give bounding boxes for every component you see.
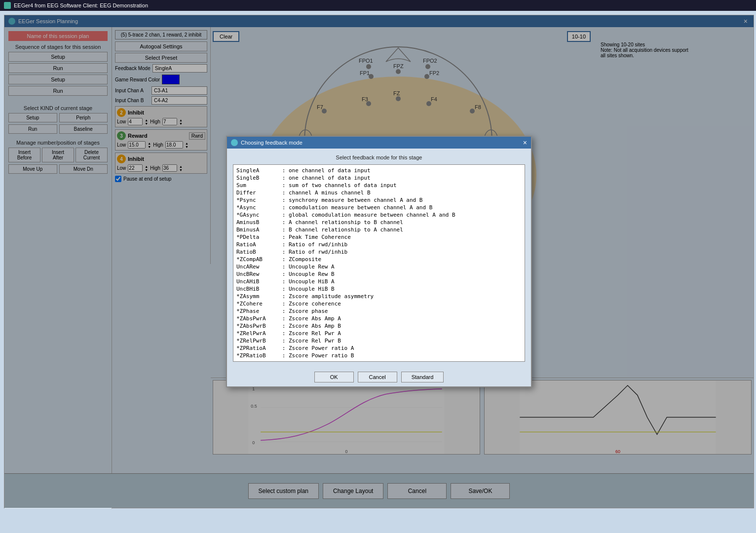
modal-list-item[interactable]: *ZPRatioA : Zscore Power ratio A bbox=[235, 344, 523, 352]
modal-body: Select feedback mode for this stage Sing… bbox=[227, 149, 531, 368]
modal-list-item[interactable]: *ZRelPwrB : Zscore Rel Pwr B bbox=[235, 337, 523, 344]
modal-list-item[interactable]: AminusB : A channel relationship to B ch… bbox=[235, 219, 523, 226]
modal-subtitle: Select feedback mode for this stage bbox=[233, 154, 525, 160]
modal-list-item[interactable]: *PDelta : Peak Time Coherence bbox=[235, 233, 523, 241]
modal-close-btn[interactable]: × bbox=[523, 139, 527, 147]
modal-list-item[interactable]: BminusA : B channel relationship to A ch… bbox=[235, 226, 523, 233]
app-icon bbox=[4, 2, 11, 9]
modal-list-item[interactable]: *ZPhase : Zscore phase bbox=[235, 307, 523, 315]
modal-ok-btn[interactable]: OK bbox=[314, 372, 354, 382]
app-title-text: EEGer4 from EEG Software Client: EEG Dem… bbox=[14, 2, 148, 8]
modal-list-item[interactable]: *ZAbsPwrB : Zscore Abs Amp B bbox=[235, 322, 523, 330]
modal-list-item[interactable]: *ZAbsPwrA : Zscore Abs Amp A bbox=[235, 315, 523, 322]
modal-list-item[interactable]: *ZCohere : Zscore coherence bbox=[235, 300, 523, 307]
feedback-mode-dialog: Choosing feedback mode × Select feedback… bbox=[226, 136, 532, 387]
modal-title-text: Choosing feedback mode bbox=[241, 140, 302, 146]
modal-list[interactable]: SingleA : one channel of data inputSingl… bbox=[233, 164, 525, 362]
modal-cancel-btn[interactable]: Cancel bbox=[358, 372, 397, 382]
modal-list-item[interactable]: RatioA : Ratio of rwd/inhib bbox=[235, 241, 523, 248]
modal-list-item[interactable]: UncBHiB : Uncouple HiB B bbox=[235, 285, 523, 293]
session-planning-window: EEGer Session Planning × Name of this se… bbox=[4, 15, 754, 508]
app-title-bar: EEGer4 from EEG Software Client: EEG Dem… bbox=[0, 0, 756, 11]
modal-list-item[interactable]: *Psync : synchrony measure between chann… bbox=[235, 196, 523, 204]
modal-list-item[interactable]: UncARew : Uncouple Rew A bbox=[235, 263, 523, 270]
modal-list-item[interactable]: *Async : comodulation measure between ch… bbox=[235, 204, 523, 211]
modal-list-item[interactable]: *ZAsymm : Zscore amplitude asymmetry bbox=[235, 293, 523, 300]
modal-list-item[interactable]: Sum : sum of two channels of data input bbox=[235, 182, 523, 189]
modal-list-item[interactable]: SingleB : one channel of data input bbox=[235, 174, 523, 182]
modal-list-item[interactable]: *ZRelPwrA : Zscore Rel Pwr A bbox=[235, 330, 523, 337]
modal-buttons: OK Cancel Standard bbox=[227, 368, 531, 386]
modal-list-item[interactable]: *ZPRatioB : Zscore Power ratio B bbox=[235, 352, 523, 359]
modal-title-bar: Choosing feedback mode × bbox=[227, 137, 531, 149]
modal-list-item[interactable]: UncAHiB : Uncouple HiB A bbox=[235, 278, 523, 285]
modal-standard-btn[interactable]: Standard bbox=[401, 372, 444, 382]
modal-list-item[interactable]: *GAsync : global comodulation measure be… bbox=[235, 211, 523, 219]
modal-icon bbox=[231, 139, 238, 146]
modal-list-item[interactable]: RatioB : Ratio of rwd/inhib bbox=[235, 248, 523, 256]
modal-list-item[interactable]: *ZCompAB : ZComposite bbox=[235, 256, 523, 263]
modal-list-item[interactable]: Differ : channel A minus channel B bbox=[235, 189, 523, 196]
modal-list-item[interactable]: UncBRew : Uncouple Rew B bbox=[235, 270, 523, 278]
modal-list-item[interactable]: SingleA : one channel of data input bbox=[235, 167, 523, 174]
